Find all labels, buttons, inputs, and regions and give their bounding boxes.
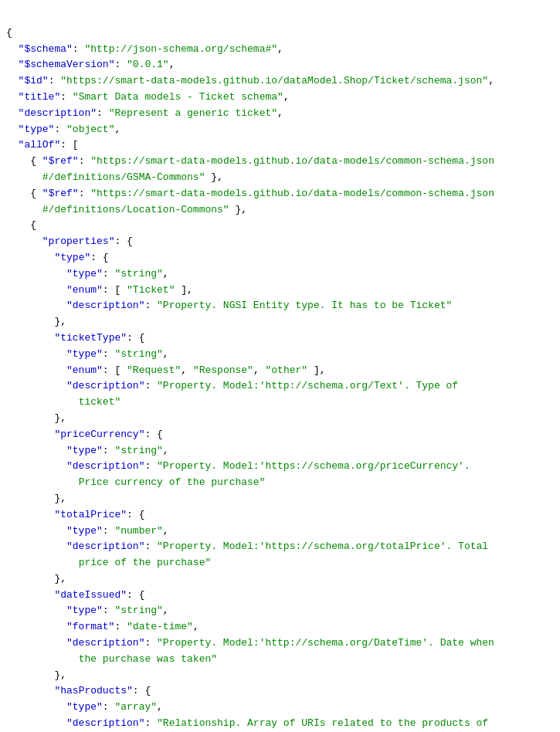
code-line: price of the purchase" bbox=[6, 555, 554, 571]
code-line: "description": "Property. Model:'https:/… bbox=[6, 459, 554, 475]
code-line: ticket" bbox=[6, 395, 554, 411]
code-line: "type": "string", bbox=[6, 603, 554, 619]
code-line: #/definitions/GSMA-Commons" }, bbox=[6, 170, 554, 186]
code-line: "priceCurrency": { bbox=[6, 427, 554, 443]
code-line: }, bbox=[6, 491, 554, 507]
code-line: "description": "Property. NGSI Entity ty… bbox=[6, 298, 554, 314]
code-line: "enum": [ "Request", "Response", "other"… bbox=[6, 363, 554, 379]
code-line: "type": "string", bbox=[6, 347, 554, 363]
code-line: "description": "Property. Model:'https:/… bbox=[6, 539, 554, 555]
code-line: "type": "object", bbox=[6, 122, 554, 138]
code-line: "type": { bbox=[6, 250, 554, 266]
code-line: "type": "number", bbox=[6, 524, 554, 540]
code-line: "$schemaVersion": "0.0.1", bbox=[6, 57, 554, 73]
code-line: { bbox=[6, 218, 554, 234]
code-line: "description": "Relationship. Array of U… bbox=[6, 716, 554, 732]
code-line: "title": "Smart Data models - Ticket sch… bbox=[6, 90, 554, 106]
code-line: }, bbox=[6, 411, 554, 427]
code-line: "description": "Property. Model:'http://… bbox=[6, 378, 554, 395]
code-line: the purchase was taken" bbox=[6, 652, 554, 668]
json-viewer: { "$schema": "http://json-schema.org/sch… bbox=[0, 6, 560, 732]
code-line: { "$ref": "https://smart-data-models.git… bbox=[6, 154, 554, 170]
code-line: "description": "Property. Model:'http://… bbox=[6, 635, 554, 652]
code-line: "allOf": [ bbox=[6, 137, 554, 154]
code-line: "enum": [ "Ticket" ], bbox=[6, 283, 554, 299]
code-line: "type": "array", bbox=[6, 700, 554, 716]
code-line: }, bbox=[6, 571, 554, 588]
code-line: }, bbox=[6, 314, 554, 330]
code-line: }, bbox=[6, 668, 554, 684]
code-line: "type": "string", bbox=[6, 443, 554, 459]
code-line: { bbox=[6, 25, 554, 42]
code-line: "hasProducts": { bbox=[6, 683, 554, 700]
code-line: "totalPrice": { bbox=[6, 507, 554, 524]
code-line: Price currency of the purchase" bbox=[6, 475, 554, 491]
code-line: #/definitions/Location-Commons" }, bbox=[6, 202, 554, 219]
code-line: "properties": { bbox=[6, 234, 554, 250]
code-line: "type": "string", bbox=[6, 266, 554, 283]
code-line: "format": "date-time", bbox=[6, 619, 554, 635]
code-line: "ticketType": { bbox=[6, 330, 554, 347]
code-line: "dateIssued": { bbox=[6, 588, 554, 604]
code-line: "description": "Represent a generic tick… bbox=[6, 106, 554, 122]
code-line: { "$ref": "https://smart-data-models.git… bbox=[6, 186, 554, 202]
code-line: "$schema": "http://json-schema.org/schem… bbox=[6, 42, 554, 58]
code-line: "$id": "https://smart-data-models.github… bbox=[6, 73, 554, 90]
